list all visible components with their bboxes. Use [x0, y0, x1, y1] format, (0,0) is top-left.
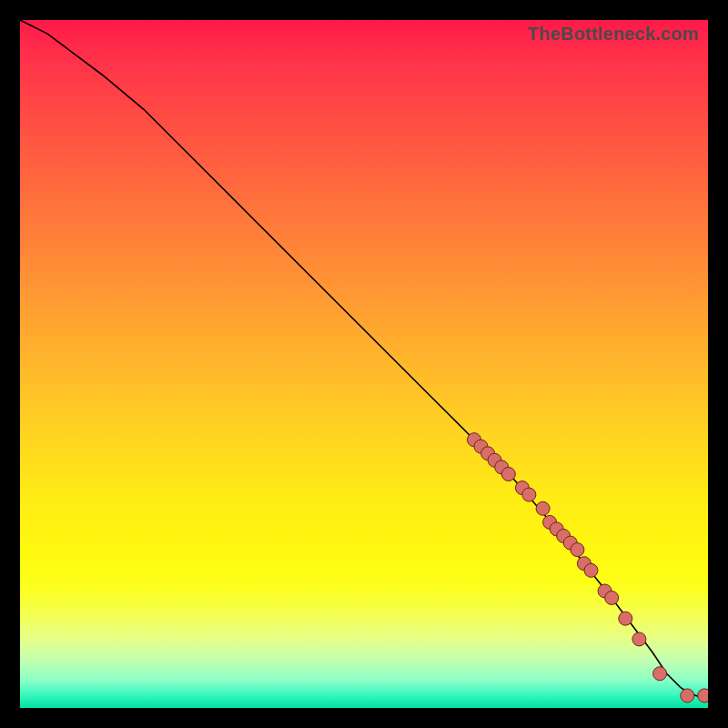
data-point — [522, 488, 536, 501]
data-point — [619, 612, 632, 625]
plot-area: TheBottleneck.com — [20, 20, 708, 708]
data-point — [653, 667, 667, 681]
data-point — [584, 563, 598, 577]
data-point — [681, 689, 694, 703]
data-point — [571, 543, 584, 557]
data-point — [536, 501, 550, 515]
data-point — [698, 689, 708, 703]
scatter-points — [468, 433, 709, 703]
data-point — [501, 468, 515, 481]
data-point — [605, 592, 619, 605]
chart-overlay — [20, 20, 708, 708]
data-point — [632, 632, 646, 646]
chart-frame: TheBottleneck.com — [0, 0, 728, 728]
